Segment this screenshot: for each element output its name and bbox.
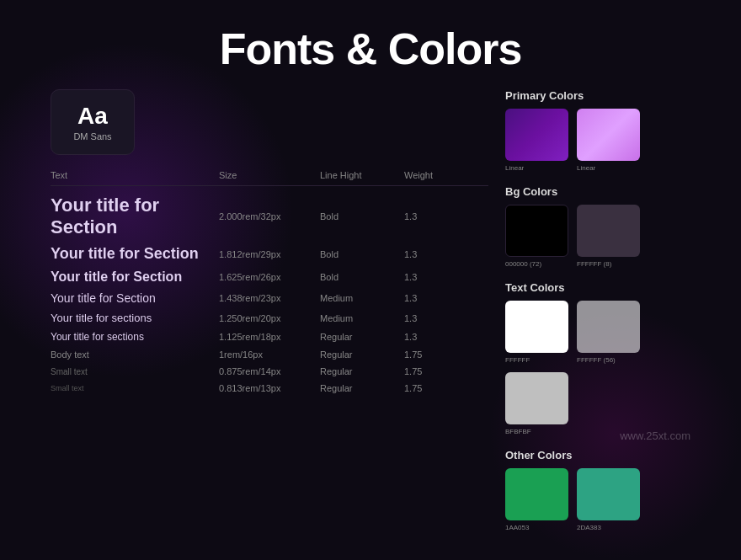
typo-line-5: Medium (320, 313, 404, 323)
swatch-dark-gray (577, 205, 640, 257)
swatch-pink (577, 109, 640, 161)
swatch-green1-label: 1AA053 (505, 524, 529, 531)
primary-colors-title: Primary Colors (505, 89, 690, 102)
typo-weight-9: 1.75 (404, 383, 472, 393)
typo-size-9: 0.813rem/13px (219, 383, 320, 393)
typo-text-7: Body text (51, 349, 219, 360)
typo-row-9: Small text 0.813rem/13px Regular 1.75 (51, 380, 488, 397)
typo-size-2: 1.812rem/29px (219, 249, 320, 259)
typo-size-5: 1.250rem/20px (219, 313, 320, 323)
typo-size-7: 1rem/16px (219, 349, 320, 360)
swatch-white-label: FFFFFF (505, 356, 530, 364)
col-text: Text (51, 170, 219, 180)
typo-weight-4: 1.3 (404, 293, 472, 303)
other-colors-title: Other Colors (505, 449, 690, 461)
swatch-light-gray (505, 372, 568, 424)
typo-size-3: 1.625rem/26px (219, 272, 320, 282)
swatch-dark-gray-label: FFFFFF (8) (577, 260, 611, 268)
typo-text-9: Small text (51, 384, 219, 392)
typo-row-6: Your title for sections 1.125rem/18px Re… (51, 328, 488, 346)
text-color-swatches: FFFFFF FFFFFF (56) BFBFBF (505, 301, 690, 435)
bg-colors-title: Bg Colors (505, 185, 690, 198)
swatch-white-56 (577, 301, 640, 353)
typo-header-row: Text Size Line Hight Weight (51, 170, 488, 186)
swatch-light-gray-label: BFBFBF (505, 428, 531, 435)
main-layout: Aa DM Sans Text Size Line Hight Weight Y… (0, 89, 741, 545)
typo-row-7: Body text 1rem/16px Regular 1.75 (51, 346, 488, 363)
text-colors-title: Text Colors (505, 281, 690, 294)
typo-text-6: Your title for sections (51, 331, 219, 343)
swatch-wrap-green1: 1AA053 (505, 468, 568, 531)
swatch-green1 (505, 468, 568, 520)
swatch-pink-label: Linear (577, 164, 595, 172)
bg-color-swatches: 000000 (72) FFFFFF (8) (505, 205, 690, 268)
left-panel: Aa DM Sans Text Size Line Hight Weight Y… (51, 89, 488, 545)
page-header: Fonts & Colors (0, 0, 741, 89)
col-line: Line Hight (320, 170, 404, 180)
swatch-black-label: 000000 (72) (505, 260, 541, 268)
typography-table: Text Size Line Hight Weight Your title f… (51, 170, 488, 397)
swatch-white-56-label: FFFFFF (56) (577, 356, 616, 364)
typo-weight-6: 1.3 (404, 332, 472, 342)
typo-row-4: Your title for Section 1.438rem/23px Med… (51, 288, 488, 308)
swatch-wrap-dark-gray: FFFFFF (8) (577, 205, 640, 268)
swatch-purple-label: Linear (505, 164, 524, 172)
typo-weight-2: 1.3 (404, 249, 472, 259)
typo-size-6: 1.125rem/18px (219, 332, 320, 342)
swatch-green2 (577, 468, 640, 520)
swatch-wrap-white: FFFFFF (505, 301, 568, 364)
other-colors-section: Other Colors 1AA053 2DA383 (505, 449, 690, 531)
typo-line-4: Medium (320, 293, 404, 303)
typo-text-4: Your title for Section (51, 291, 219, 305)
typo-line-7: Regular (320, 349, 404, 360)
typo-line-1: Bold (320, 211, 404, 221)
swatch-wrap-light-gray: BFBFBF (505, 372, 568, 435)
typo-row-2: Your title for Section 1.812rem/29px Bol… (51, 242, 488, 266)
page-content: Fonts & Colors Aa DM Sans Text Size Line… (0, 0, 741, 560)
other-color-swatches: 1AA053 2DA383 (505, 468, 690, 531)
typo-row-1: Your title for Section 2.000rem/32px Bol… (51, 191, 488, 242)
typo-text-2: Your title for Section (51, 245, 219, 263)
typo-text-1: Your title for Section (51, 195, 219, 238)
typo-row-3: Your title for Section 1.625rem/26px Bol… (51, 266, 488, 288)
typo-line-2: Bold (320, 249, 404, 259)
right-panel: Primary Colors Linear Linear Bg Colors (488, 89, 690, 545)
font-preview-box: Aa DM Sans (51, 89, 135, 155)
typo-size-4: 1.438rem/23px (219, 293, 320, 303)
typo-line-3: Bold (320, 272, 404, 282)
swatch-wrap-green2: 2DA383 (577, 468, 640, 531)
typo-line-6: Regular (320, 332, 404, 342)
primary-color-swatches: Linear Linear (505, 109, 690, 172)
typo-weight-3: 1.3 (404, 272, 472, 282)
swatch-wrap-white-56: FFFFFF (56) (577, 301, 640, 364)
swatch-wrap-pink: Linear (577, 109, 640, 172)
typo-line-9: Regular (320, 383, 404, 393)
typo-size-8: 0.875rem/14px (219, 366, 320, 376)
swatch-green2-label: 2DA383 (577, 524, 601, 531)
col-size: Size (219, 170, 320, 180)
typo-weight-7: 1.75 (404, 349, 472, 360)
typo-line-8: Regular (320, 366, 404, 376)
swatch-purple (505, 109, 568, 161)
typo-weight-5: 1.3 (404, 313, 472, 323)
swatch-black (505, 205, 568, 257)
typo-weight-8: 1.75 (404, 366, 472, 376)
col-weight: Weight (404, 170, 472, 180)
typo-text-5: Your title for sections (51, 312, 219, 324)
swatch-wrap-purple: Linear (505, 109, 568, 172)
swatch-white (505, 301, 568, 353)
watermark: www.25xt.com (620, 429, 690, 442)
font-preview-aa: Aa (77, 103, 108, 130)
typo-text-8: Small text (51, 367, 219, 376)
text-colors-section: Text Colors FFFFFF FFFFFF (56) BFBFBF (505, 281, 690, 435)
swatch-wrap-black: 000000 (72) (505, 205, 568, 268)
page-title: Fonts & Colors (0, 24, 741, 74)
typo-size-1: 2.000rem/32px (219, 211, 320, 221)
font-preview-name: DM Sans (73, 131, 111, 141)
bg-colors-section: Bg Colors 000000 (72) FFFFFF (8) (505, 185, 690, 268)
typo-text-3: Your title for Section (51, 269, 219, 285)
typo-weight-1: 1.3 (404, 211, 472, 221)
typo-row-8: Small text 0.875rem/14px Regular 1.75 (51, 363, 488, 380)
typo-row-5: Your title for sections 1.250rem/20px Me… (51, 308, 488, 328)
primary-colors-section: Primary Colors Linear Linear (505, 89, 690, 172)
